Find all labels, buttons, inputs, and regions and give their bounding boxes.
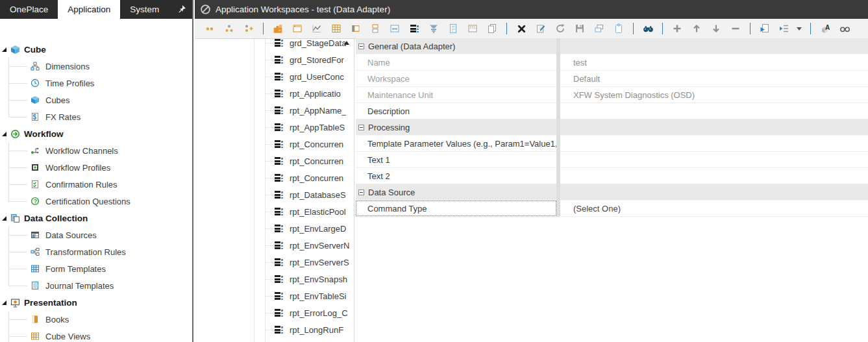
list-item[interactable]: rpt_Applicatio: [254, 85, 354, 102]
list-item[interactable]: rpt_EnvTableSi: [254, 287, 354, 304]
collapse-icon[interactable]: [358, 125, 364, 130]
property-row-command-type[interactable]: Command Type (Select One): [356, 201, 868, 217]
property-row-text-1[interactable]: Text 1: [356, 152, 868, 168]
sidebar-item-confirmation-rules[interactable]: Confirmation Rules: [0, 176, 192, 193]
list-item[interactable]: rpt_EnvServerN: [254, 237, 354, 254]
property-row-description[interactable]: Description: [356, 103, 868, 119]
sidebar-item-data-collection[interactable]: Data Collection: [0, 210, 192, 226]
property-row-name[interactable]: Name test: [356, 55, 868, 71]
translate-cube-icon[interactable]: A: [817, 21, 833, 36]
list-item[interactable]: rpt_EnvSnapsh: [254, 271, 354, 287]
expander-icon[interactable]: [2, 47, 6, 52]
column-splitter[interactable]: [556, 38, 560, 217]
sidebar-item-workflow[interactable]: Workflow: [0, 125, 192, 142]
pin-icon[interactable]: [177, 0, 186, 19]
sidebar-item-dimensions[interactable]: Dimensions: [0, 58, 192, 75]
form-window-icon[interactable]: [387, 21, 403, 36]
restore-window-icon[interactable]: [591, 21, 607, 36]
template-parameter-values-value[interactable]: [556, 136, 868, 151]
sidebar-item-cubes[interactable]: Cubes: [0, 92, 192, 108]
property-row-text-2[interactable]: Text 2: [356, 168, 868, 184]
name-value[interactable]: test: [556, 55, 868, 70]
sidebar-splitter[interactable]: [192, 0, 193, 342]
move-down-icon[interactable]: [708, 21, 724, 36]
copy-pages-icon[interactable]: [484, 21, 500, 36]
filter-icon[interactable]: [426, 21, 441, 36]
document-icon[interactable]: [445, 21, 461, 36]
list-item[interactable]: rpt_AppName_: [254, 102, 354, 119]
sidebar-item-data-sources[interactable]: Data Sources: [0, 226, 192, 243]
property-row-maintenance-unit[interactable]: Maintenance Unit XFW System Diagnostics …: [356, 87, 868, 103]
expander-icon[interactable]: [2, 132, 6, 136]
sidebar-item-workflow-channels[interactable]: Workflow Channels: [0, 142, 192, 159]
list-item[interactable]: grd_UserConc: [254, 68, 354, 85]
maintenance-unit-value[interactable]: XFW System Diagnostics (OSD): [556, 87, 868, 103]
collapse-icon[interactable]: [358, 43, 364, 49]
sidebar-item-cube[interactable]: Cube: [0, 41, 192, 58]
remove-minus-icon[interactable]: [728, 21, 743, 36]
list-item[interactable]: grd_StoredFor: [254, 51, 354, 68]
sheet-grid-icon[interactable]: [329, 21, 344, 36]
tab-application[interactable]: Application: [58, 0, 120, 19]
sidebar-item-transformation-rules[interactable]: Transformation Rules: [0, 243, 192, 260]
preview-glasses-icon[interactable]: [837, 21, 852, 36]
sidebar-item-certification-questions[interactable]: ? Certification Questions: [0, 193, 192, 210]
list-item[interactable]: rpt_LongRunF: [254, 321, 354, 338]
find-binoculars-icon[interactable]: [640, 21, 656, 36]
edit-note-icon[interactable]: [533, 21, 549, 36]
list-item[interactable]: rpt_DatabaseS: [254, 186, 354, 203]
list-item[interactable]: rpt_Concurren: [254, 169, 354, 186]
dashboard-window-icon[interactable]: [465, 21, 480, 36]
list-item[interactable]: grd_StageData: [254, 39, 354, 51]
add-dots-icon[interactable]: [241, 21, 256, 36]
scroll-up-icon[interactable]: [344, 41, 349, 45]
list-item[interactable]: rpt_EnvServerS: [254, 254, 354, 271]
property-row-template-parameter-values[interactable]: Template Parameter Values (e.g., Param1=…: [356, 136, 868, 152]
property-row-workspace[interactable]: Workspace Default: [356, 71, 868, 87]
sidebar-item-cube-views[interactable]: Cube Views: [0, 328, 192, 342]
binder-icon[interactable]: [348, 21, 364, 36]
move-up-icon[interactable]: [689, 21, 704, 36]
text-1-value[interactable]: [556, 152, 868, 167]
collapse-icon[interactable]: [358, 189, 364, 195]
sidebar-item-time-profiles[interactable]: Time Profiles: [0, 75, 192, 92]
list-item[interactable]: rpt_Concurren: [254, 136, 354, 153]
tree-dots-icon[interactable]: [221, 21, 237, 36]
data-adapter-icon[interactable]: [406, 21, 422, 36]
text-2-value[interactable]: [556, 168, 868, 184]
layers-icon[interactable]: [367, 21, 383, 36]
sidebar-item-workflow-profiles[interactable]: Workflow Profiles: [0, 159, 192, 176]
list-item[interactable]: rpt_AppTableS: [254, 119, 354, 136]
delete-x-icon[interactable]: [514, 21, 529, 36]
run-page-icon[interactable]: [757, 21, 773, 36]
workspace-value[interactable]: Default: [556, 71, 868, 86]
run-list-icon[interactable]: [776, 21, 792, 36]
description-value[interactable]: [556, 103, 868, 119]
refresh-icon[interactable]: [552, 21, 568, 36]
sidebar-item-books[interactable]: Books: [0, 311, 192, 328]
expander-icon[interactable]: [2, 216, 6, 221]
sidebar-item-journal-templates[interactable]: Journal Templates: [0, 277, 192, 294]
section-processing[interactable]: Processing: [356, 119, 868, 136]
pair-dots-icon[interactable]: [202, 21, 217, 36]
section-data-source[interactable]: Data Source: [356, 184, 868, 201]
chart-icon[interactable]: [309, 21, 325, 36]
section-general[interactable]: General (Data Adapter): [356, 38, 868, 55]
command-type-value[interactable]: (Select One): [556, 201, 868, 216]
workspace-puzzle-icon[interactable]: [270, 21, 286, 36]
list-item[interactable]: rpt_ErrorLog_C: [254, 304, 354, 321]
tab-oneplace[interactable]: OnePlace: [0, 0, 58, 19]
add-plus-icon[interactable]: [669, 21, 685, 36]
list-item[interactable]: rpt_ElasticPool: [254, 203, 354, 220]
sidebar-item-form-templates[interactable]: Form Templates: [0, 260, 192, 277]
save-icon[interactable]: [572, 21, 588, 36]
sidebar-item-fx-rates[interactable]: $ FX Rates: [0, 108, 192, 125]
list-item[interactable]: rpt_Concurren: [254, 153, 354, 169]
expander-icon[interactable]: [2, 300, 6, 305]
list-item[interactable]: rpt_EnvLargeD: [254, 220, 354, 237]
tab-system[interactable]: System: [120, 0, 169, 19]
dropdown-caret-icon[interactable]: [796, 21, 804, 36]
sidebar-item-presentation[interactable]: Presentation: [0, 294, 192, 311]
new-window-icon[interactable]: [290, 21, 305, 36]
clipboard-icon[interactable]: [611, 21, 626, 36]
